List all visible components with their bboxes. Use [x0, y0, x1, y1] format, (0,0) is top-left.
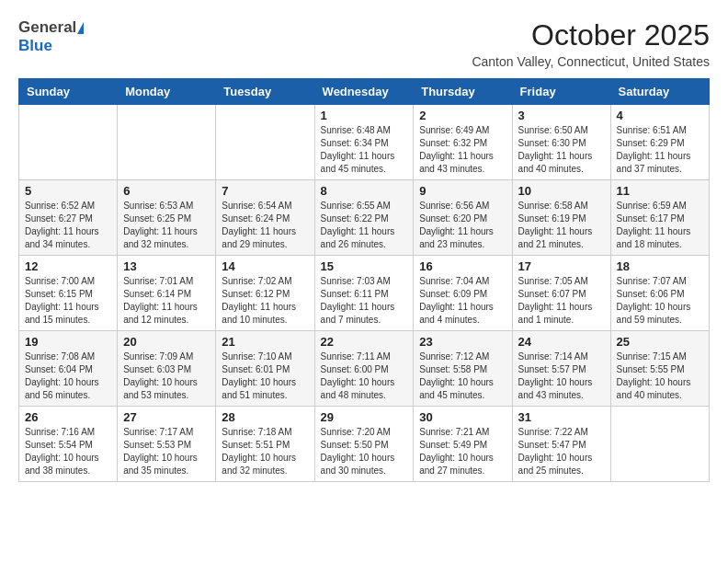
table-row	[19, 105, 118, 180]
title-area: October 2025 Canton Valley, Connecticut,…	[472, 18, 710, 69]
table-row: 18Sunrise: 7:07 AM Sunset: 6:06 PM Dayli…	[610, 256, 709, 331]
header-tuesday: Tuesday	[216, 79, 314, 105]
day-info: Sunrise: 7:18 AM Sunset: 5:51 PM Dayligh…	[222, 426, 308, 477]
calendar: Sunday Monday Tuesday Wednesday Thursday…	[18, 78, 710, 482]
day-number: 24	[518, 335, 605, 349]
day-info: Sunrise: 7:12 AM Sunset: 5:58 PM Dayligh…	[419, 350, 506, 402]
calendar-week-4: 26Sunrise: 7:16 AM Sunset: 5:54 PM Dayli…	[19, 407, 710, 482]
day-number: 23	[419, 335, 506, 349]
day-info: Sunrise: 6:58 AM Sunset: 6:19 PM Dayligh…	[518, 200, 605, 251]
table-row: 12Sunrise: 7:00 AM Sunset: 6:15 PM Dayli…	[19, 256, 118, 331]
table-row	[118, 105, 216, 180]
table-row: 15Sunrise: 7:03 AM Sunset: 6:11 PM Dayli…	[314, 256, 414, 331]
table-row: 4Sunrise: 6:51 AM Sunset: 6:29 PM Daylig…	[610, 105, 709, 180]
day-info: Sunrise: 7:08 AM Sunset: 6:04 PM Dayligh…	[25, 350, 111, 402]
day-number: 8	[321, 184, 408, 198]
header-wednesday: Wednesday	[314, 79, 414, 105]
table-row: 11Sunrise: 6:59 AM Sunset: 6:17 PM Dayli…	[610, 180, 709, 256]
logo-triangle-icon	[77, 22, 84, 34]
day-number: 7	[222, 184, 308, 198]
day-number: 4	[617, 109, 703, 122]
table-row: 2Sunrise: 6:49 AM Sunset: 6:32 PM Daylig…	[414, 105, 512, 180]
day-info: Sunrise: 6:59 AM Sunset: 6:17 PM Dayligh…	[617, 200, 703, 251]
day-number: 9	[419, 184, 506, 198]
day-number: 12	[25, 259, 111, 273]
table-row: 9Sunrise: 6:56 AM Sunset: 6:20 PM Daylig…	[414, 180, 512, 256]
location-title: Canton Valley, Connecticut, United State…	[472, 54, 710, 69]
table-row: 28Sunrise: 7:18 AM Sunset: 5:51 PM Dayli…	[216, 407, 314, 482]
day-info: Sunrise: 7:21 AM Sunset: 5:49 PM Dayligh…	[419, 426, 506, 477]
table-row	[216, 105, 314, 180]
table-row: 16Sunrise: 7:04 AM Sunset: 6:09 PM Dayli…	[414, 256, 512, 331]
day-info: Sunrise: 7:04 AM Sunset: 6:09 PM Dayligh…	[419, 275, 506, 327]
day-number: 1	[321, 109, 408, 122]
day-info: Sunrise: 6:54 AM Sunset: 6:24 PM Dayligh…	[222, 200, 308, 251]
header-thursday: Thursday	[414, 79, 512, 105]
calendar-week-2: 12Sunrise: 7:00 AM Sunset: 6:15 PM Dayli…	[19, 256, 710, 331]
table-row: 19Sunrise: 7:08 AM Sunset: 6:04 PM Dayli…	[19, 331, 118, 407]
day-info: Sunrise: 7:14 AM Sunset: 5:57 PM Dayligh…	[518, 350, 605, 402]
header-sunday: Sunday	[19, 79, 118, 105]
day-number: 28	[222, 410, 308, 424]
day-number: 5	[25, 184, 111, 198]
day-info: Sunrise: 6:49 AM Sunset: 6:32 PM Dayligh…	[419, 124, 506, 176]
day-info: Sunrise: 6:52 AM Sunset: 6:27 PM Dayligh…	[25, 200, 111, 251]
table-row: 10Sunrise: 6:58 AM Sunset: 6:19 PM Dayli…	[512, 180, 610, 256]
header-saturday: Saturday	[610, 79, 709, 105]
day-number: 31	[518, 410, 605, 424]
day-info: Sunrise: 7:10 AM Sunset: 6:01 PM Dayligh…	[222, 350, 308, 402]
day-number: 20	[123, 335, 210, 349]
day-info: Sunrise: 6:53 AM Sunset: 6:25 PM Dayligh…	[123, 200, 210, 251]
day-number: 16	[419, 259, 506, 273]
day-info: Sunrise: 6:51 AM Sunset: 6:29 PM Dayligh…	[617, 124, 703, 176]
day-number: 21	[222, 335, 308, 349]
logo-blue: Blue	[18, 37, 52, 54]
day-number: 10	[518, 184, 605, 198]
calendar-week-0: 1Sunrise: 6:48 AM Sunset: 6:34 PM Daylig…	[19, 105, 710, 180]
day-info: Sunrise: 7:07 AM Sunset: 6:06 PM Dayligh…	[617, 275, 703, 327]
table-row: 30Sunrise: 7:21 AM Sunset: 5:49 PM Dayli…	[414, 407, 512, 482]
table-row: 1Sunrise: 6:48 AM Sunset: 6:34 PM Daylig…	[314, 105, 414, 180]
table-row: 22Sunrise: 7:11 AM Sunset: 6:00 PM Dayli…	[314, 331, 414, 407]
table-row: 5Sunrise: 6:52 AM Sunset: 6:27 PM Daylig…	[19, 180, 118, 256]
day-number: 19	[25, 335, 111, 349]
day-number: 13	[123, 259, 210, 273]
table-row: 20Sunrise: 7:09 AM Sunset: 6:03 PM Dayli…	[118, 331, 216, 407]
day-info: Sunrise: 7:22 AM Sunset: 5:47 PM Dayligh…	[518, 426, 605, 477]
day-info: Sunrise: 7:02 AM Sunset: 6:12 PM Dayligh…	[222, 275, 308, 327]
day-info: Sunrise: 7:17 AM Sunset: 5:53 PM Dayligh…	[123, 426, 210, 477]
table-row: 24Sunrise: 7:14 AM Sunset: 5:57 PM Dayli…	[512, 331, 610, 407]
day-info: Sunrise: 7:00 AM Sunset: 6:15 PM Dayligh…	[25, 275, 111, 327]
day-number: 29	[321, 410, 408, 424]
table-row	[610, 407, 709, 482]
day-number: 27	[123, 410, 210, 424]
table-row: 13Sunrise: 7:01 AM Sunset: 6:14 PM Dayli…	[118, 256, 216, 331]
day-number: 25	[617, 335, 703, 349]
day-number: 30	[419, 410, 506, 424]
day-info: Sunrise: 7:03 AM Sunset: 6:11 PM Dayligh…	[321, 275, 408, 327]
day-number: 3	[518, 109, 605, 122]
day-info: Sunrise: 7:11 AM Sunset: 6:00 PM Dayligh…	[321, 350, 408, 402]
day-number: 22	[321, 335, 408, 349]
header-monday: Monday	[118, 79, 216, 105]
table-row: 17Sunrise: 7:05 AM Sunset: 6:07 PM Dayli…	[512, 256, 610, 331]
table-row: 31Sunrise: 7:22 AM Sunset: 5:47 PM Dayli…	[512, 407, 610, 482]
day-info: Sunrise: 7:15 AM Sunset: 5:55 PM Dayligh…	[617, 350, 703, 402]
table-row: 8Sunrise: 6:55 AM Sunset: 6:22 PM Daylig…	[314, 180, 414, 256]
day-info: Sunrise: 7:05 AM Sunset: 6:07 PM Dayligh…	[518, 275, 605, 327]
table-row: 14Sunrise: 7:02 AM Sunset: 6:12 PM Dayli…	[216, 256, 314, 331]
day-number: 14	[222, 259, 308, 273]
calendar-week-1: 5Sunrise: 6:52 AM Sunset: 6:27 PM Daylig…	[19, 180, 710, 256]
day-info: Sunrise: 7:09 AM Sunset: 6:03 PM Dayligh…	[123, 350, 210, 402]
day-number: 26	[25, 410, 111, 424]
header-friday: Friday	[512, 79, 610, 105]
table-row: 26Sunrise: 7:16 AM Sunset: 5:54 PM Dayli…	[19, 407, 118, 482]
table-row: 25Sunrise: 7:15 AM Sunset: 5:55 PM Dayli…	[610, 331, 709, 407]
table-row: 21Sunrise: 7:10 AM Sunset: 6:01 PM Dayli…	[216, 331, 314, 407]
table-row: 7Sunrise: 6:54 AM Sunset: 6:24 PM Daylig…	[216, 180, 314, 256]
day-info: Sunrise: 7:01 AM Sunset: 6:14 PM Dayligh…	[123, 275, 210, 327]
weekday-header-row: Sunday Monday Tuesday Wednesday Thursday…	[19, 79, 710, 105]
day-number: 17	[518, 259, 605, 273]
logo-general: General	[18, 18, 76, 37]
table-row: 29Sunrise: 7:20 AM Sunset: 5:50 PM Dayli…	[314, 407, 414, 482]
